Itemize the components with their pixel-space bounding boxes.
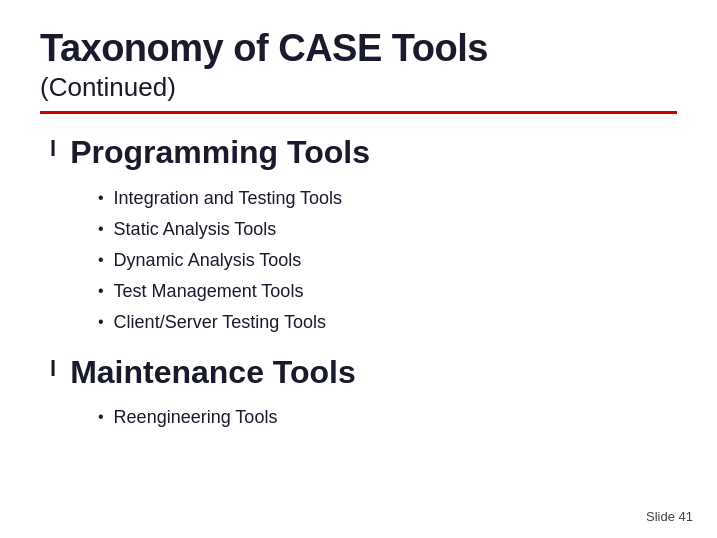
sub-bullet-marker: •	[98, 187, 104, 209]
title-section: Taxonomy of CASE Tools (Continued)	[40, 28, 677, 103]
list-item: • Integration and Testing Tools	[98, 185, 677, 212]
programming-tools-label: Programming Tools	[70, 134, 370, 171]
sub-bullet-marker: •	[98, 406, 104, 428]
sub-bullet-marker: •	[98, 311, 104, 333]
red-divider	[40, 111, 677, 114]
list-item: • Reengineering Tools	[98, 404, 677, 431]
content-area: l Programming Tools • Integration and Te…	[40, 134, 677, 432]
sub-bullet-text: Integration and Testing Tools	[114, 185, 343, 212]
bullet-marker-2: l	[50, 358, 56, 380]
list-item: • Dynamic Analysis Tools	[98, 247, 677, 274]
programming-tools-subitems: • Integration and Testing Tools • Static…	[98, 185, 677, 336]
sub-bullet-marker: •	[98, 249, 104, 271]
sub-bullet-text: Static Analysis Tools	[114, 216, 277, 243]
subtitle: (Continued)	[40, 72, 677, 103]
sub-bullet-marker: •	[98, 280, 104, 302]
list-item: • Test Management Tools	[98, 278, 677, 305]
sub-bullet-text: Client/Server Testing Tools	[114, 309, 326, 336]
main-title: Taxonomy of CASE Tools	[40, 28, 677, 70]
programming-tools-bullet: l Programming Tools	[50, 134, 677, 171]
slide-number: Slide 41	[646, 509, 693, 524]
maintenance-tools-bullet: l Maintenance Tools	[50, 354, 677, 391]
maintenance-tools-subitems: • Reengineering Tools	[98, 404, 677, 431]
sub-bullet-text: Reengineering Tools	[114, 404, 278, 431]
slide: Taxonomy of CASE Tools (Continued) l Pro…	[0, 0, 717, 538]
sub-bullet-text: Dynamic Analysis Tools	[114, 247, 302, 274]
list-item: • Client/Server Testing Tools	[98, 309, 677, 336]
list-item: • Static Analysis Tools	[98, 216, 677, 243]
bullet-marker-1: l	[50, 138, 56, 160]
sub-bullet-marker: •	[98, 218, 104, 240]
maintenance-tools-label: Maintenance Tools	[70, 354, 356, 391]
sub-bullet-text: Test Management Tools	[114, 278, 304, 305]
